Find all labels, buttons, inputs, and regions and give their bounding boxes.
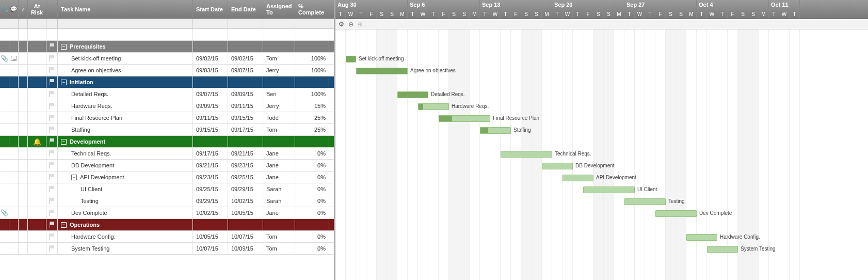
day-header[interactable]: T [645, 9, 655, 19]
cell-pct-complete[interactable]: 25% [295, 124, 329, 135]
cell-end-date[interactable]: 09/29/15 [228, 183, 263, 195]
cell-flag[interactable] [46, 76, 58, 88]
gantt-bar[interactable]: Staffing [480, 127, 511, 134]
cell-start-date[interactable]: 09/17/15 [193, 148, 228, 159]
gantt-bar[interactable]: Testing [624, 198, 666, 205]
cell-task-name[interactable]: Hardware Config. [58, 231, 193, 242]
day-header[interactable]: S [387, 9, 397, 19]
task-row[interactable]: 📎Set kick-off meeting09/02/1509/02/15Tom… [0, 53, 334, 65]
cell-assigned-to[interactable]: Jerry [263, 65, 295, 76]
cell-task-name[interactable]: DB Development [58, 160, 193, 171]
task-row[interactable]: UI Client09/25/1509/29/15Sarah0% [0, 183, 334, 195]
header-at-risk[interactable]: At Risk [28, 0, 46, 18]
cell-end-date[interactable]: 09/25/15 [228, 172, 263, 183]
cell-assigned-to[interactable]: Tom [263, 124, 295, 135]
day-header[interactable]: T [552, 9, 562, 19]
cell-flag[interactable] [46, 243, 58, 254]
gantt-row[interactable]: Final Resource Plan [335, 113, 868, 125]
cell-start-date[interactable]: 09/11/15 [193, 112, 228, 123]
cell-end-date[interactable] [228, 29, 263, 40]
cell-info[interactable] [19, 112, 28, 123]
day-header[interactable]: F [439, 9, 449, 19]
header-task-name[interactable]: Task Name [58, 0, 193, 18]
cell-start-date[interactable]: 09/07/15 [193, 88, 228, 100]
cell-info[interactable] [19, 243, 28, 254]
cell-comment[interactable] [9, 76, 19, 88]
cell-flag[interactable] [46, 100, 58, 112]
cell-attachment[interactable] [0, 183, 9, 195]
cell-comment[interactable] [9, 53, 19, 64]
day-header[interactable]: S [666, 9, 676, 19]
gantt-row[interactable]: Agree on objectives [335, 65, 868, 77]
cell-attachment[interactable] [0, 65, 9, 76]
cell-end-date[interactable] [228, 136, 263, 147]
cell-flag[interactable] [46, 231, 58, 242]
day-header[interactable]: S [676, 9, 686, 19]
task-row[interactable]: Testing09/29/1510/02/15Sarah0% [0, 195, 334, 207]
cell-pct-complete[interactable]: 0% [295, 160, 329, 171]
cell-comment[interactable] [9, 112, 19, 123]
gantt-row[interactable]: Dev Complete [335, 208, 868, 220]
header-attachment[interactable]: 📎 [0, 0, 9, 18]
task-row[interactable]: Final Resource Plan09/11/1509/15/15Todd2… [0, 112, 334, 124]
cell-start-date[interactable]: 09/02/15 [193, 53, 228, 64]
cell-start-date[interactable] [193, 76, 228, 88]
cell-flag[interactable] [46, 160, 58, 171]
cell-flag[interactable] [46, 65, 58, 76]
day-header[interactable]: T [335, 9, 346, 19]
cell-attachment[interactable] [0, 219, 9, 230]
gantt-row[interactable] [335, 136, 868, 148]
cell-assigned-to[interactable] [263, 29, 295, 40]
cell-assigned-to[interactable]: Ben [263, 88, 295, 100]
cell-at-risk[interactable] [28, 160, 46, 171]
cell-at-risk[interactable] [28, 243, 46, 254]
day-header[interactable]: S [459, 9, 470, 19]
cell-assigned-to[interactable]: Jane [263, 207, 295, 219]
gantt-row[interactable]: Technical Reqs. [335, 148, 868, 160]
cell-comment[interactable] [9, 160, 19, 171]
day-header[interactable]: S [593, 9, 604, 19]
cell-info[interactable] [19, 29, 28, 40]
cell-at-risk[interactable] [28, 195, 46, 207]
cell-pct-complete[interactable]: 100% [295, 53, 329, 64]
cell-at-risk[interactable] [28, 124, 46, 135]
cell-attachment[interactable] [0, 124, 9, 135]
cell-info[interactable] [19, 183, 28, 195]
day-header[interactable]: S [377, 9, 387, 19]
cell-start-date[interactable]: 10/02/15 [193, 207, 228, 219]
cell-start-date[interactable] [193, 41, 228, 52]
gantt-bar[interactable]: DB Development [542, 163, 573, 169]
gantt-row[interactable]: Set kick-off meeting [335, 53, 868, 65]
cell-info[interactable] [19, 136, 28, 147]
day-header[interactable]: M [470, 9, 480, 19]
header-end-date[interactable]: End Date [228, 0, 263, 18]
zoom-in-icon[interactable]: ⊕ [358, 21, 363, 28]
collapse-icon[interactable]: − [61, 44, 67, 50]
gantt-bar[interactable]: Final Resource Plan [439, 115, 490, 122]
cell-assigned-to[interactable]: Jane [263, 160, 295, 171]
cell-start-date[interactable]: 09/23/15 [193, 172, 228, 183]
cell-comment[interactable] [9, 65, 19, 76]
cell-info[interactable] [19, 41, 28, 52]
task-row[interactable]: Hardware Reqs.09/09/1509/11/15Jerry15% [0, 100, 334, 112]
cell-task-name[interactable]: −Development [58, 136, 193, 147]
cell-flag[interactable] [46, 112, 58, 123]
task-row[interactable] [0, 29, 334, 41]
cell-start-date[interactable]: 09/09/15 [193, 100, 228, 112]
day-header[interactable]: W [779, 9, 790, 19]
day-header[interactable]: M [542, 9, 552, 19]
cell-end-date[interactable]: 10/05/15 [228, 207, 263, 219]
header-pct-complete[interactable]: % Complete [295, 0, 329, 18]
cell-info[interactable] [19, 219, 28, 230]
cell-comment[interactable] [9, 207, 19, 219]
cell-end-date[interactable]: 10/09/15 [228, 243, 263, 254]
cell-end-date[interactable] [228, 219, 263, 230]
cell-attachment[interactable] [0, 88, 9, 100]
cell-at-risk[interactable] [28, 172, 46, 183]
day-header[interactable]: M [614, 9, 624, 19]
day-header[interactable]: W [490, 9, 501, 19]
cell-pct-complete[interactable]: 0% [295, 195, 329, 207]
cell-start-date[interactable] [193, 136, 228, 147]
cell-attachment[interactable] [0, 41, 9, 52]
gantt-row[interactable] [335, 29, 868, 41]
